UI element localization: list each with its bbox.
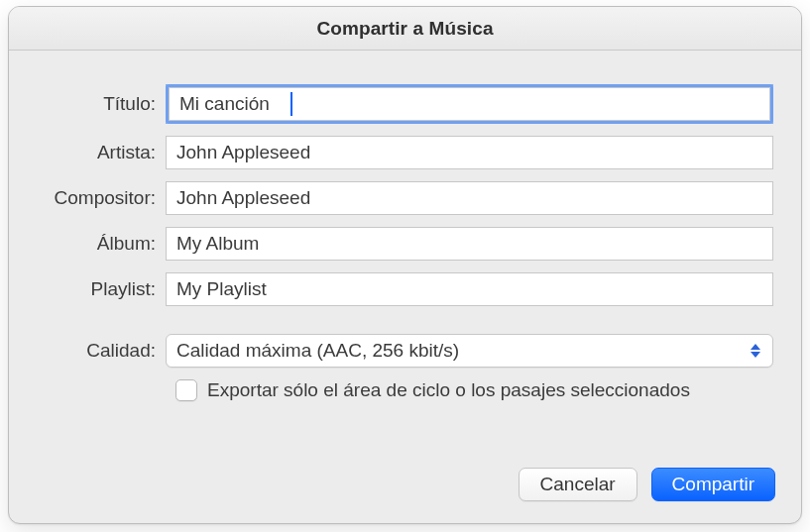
quality-value: Calidad máxima (AAC, 256 kbit/s) <box>176 340 459 362</box>
text-caret <box>290 92 292 116</box>
row-composer: Compositor: <box>29 181 773 215</box>
row-quality: Calidad: Calidad máxima (AAC, 256 kbit/s… <box>29 334 773 368</box>
label-album: Álbum: <box>29 233 166 255</box>
title-input[interactable] <box>169 87 770 121</box>
share-button-label: Compartir <box>672 474 754 495</box>
row-artist: Artista: <box>29 136 773 169</box>
playlist-input[interactable] <box>166 272 773 306</box>
row-album: Álbum: <box>29 227 773 261</box>
cancel-button[interactable]: Cancelar <box>519 468 637 501</box>
album-input[interactable] <box>166 227 773 261</box>
dialog-title: Compartir a Música <box>316 18 493 40</box>
dialog-body: Título: Artista: Compositor: Álbum: <box>9 51 801 421</box>
share-to-music-dialog: Compartir a Música Título: Artista: Comp… <box>8 6 802 524</box>
label-composer: Compositor: <box>29 187 166 209</box>
export-selection-checkbox[interactable] <box>175 379 197 401</box>
row-playlist: Playlist: <box>29 272 773 306</box>
export-selection-label: Exportar sólo el área de ciclo o los pas… <box>207 379 690 401</box>
composer-input[interactable] <box>166 181 773 215</box>
cancel-button-label: Cancelar <box>540 474 616 495</box>
artist-input[interactable] <box>166 136 773 169</box>
row-title: Título: <box>29 84 773 124</box>
label-quality: Calidad: <box>29 340 166 362</box>
title-field-focus-ring <box>166 84 773 124</box>
titlebar: Compartir a Música <box>9 7 801 51</box>
share-button[interactable]: Compartir <box>651 468 775 501</box>
updown-arrows-icon <box>747 340 764 362</box>
label-title: Título: <box>29 93 166 115</box>
dialog-footer: Cancelar Compartir <box>519 468 775 501</box>
row-export-selection: Exportar sólo el área de ciclo o los pas… <box>29 379 773 401</box>
quality-popup[interactable]: Calidad máxima (AAC, 256 kbit/s) <box>166 334 773 368</box>
label-playlist: Playlist: <box>29 278 166 300</box>
label-artist: Artista: <box>29 142 166 163</box>
